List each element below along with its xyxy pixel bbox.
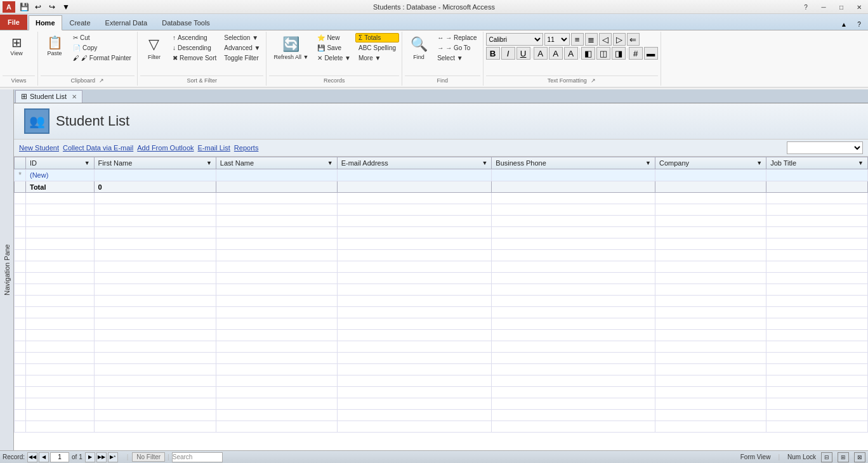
- clipboard-small-btns: ✂ Cut 📄 Copy 🖌 🖌 Format Painter: [70, 33, 135, 63]
- ribbon-group-clipboard: 📋 Paste ✂ Cut 📄 Copy 🖌 🖌 Format Painter: [38, 32, 138, 86]
- delete-record-button[interactable]: ✕ Delete ▼: [314, 53, 354, 63]
- font-color-button[interactable]: A: [534, 47, 548, 60]
- ascending-icon: ↑: [173, 34, 176, 41]
- records-group-label: Records: [269, 75, 399, 84]
- new-record-label: New: [327, 34, 339, 41]
- records-right-btns: Σ Totals ABC Spelling More ▼: [355, 33, 399, 63]
- highlight-color-button[interactable]: A: [549, 47, 563, 60]
- paste-button[interactable]: 📋 Paste: [41, 33, 69, 60]
- views-group-label: Views: [3, 75, 35, 84]
- toggle-filter-label: Toggle Filter: [224, 55, 258, 62]
- go-to-icon: →: [437, 44, 444, 51]
- grid-alt-button[interactable]: ▬: [644, 47, 658, 60]
- refresh-label: Refresh All ▼: [273, 54, 308, 60]
- new-record-icon: ⭐: [317, 34, 325, 41]
- selection-button[interactable]: Selection ▼: [221, 33, 263, 42]
- align-center-button[interactable]: ◫: [596, 47, 610, 60]
- selection-label: Selection ▼: [224, 34, 258, 41]
- cut-icon: ✂: [73, 34, 78, 41]
- remove-sort-button[interactable]: ✖ Remove Sort: [169, 53, 220, 63]
- paste-label: Paste: [47, 50, 62, 56]
- go-to-button[interactable]: → → Go To: [434, 43, 480, 53]
- select-button[interactable]: Select ▼: [434, 53, 480, 63]
- access-logo: A: [3, 1, 15, 13]
- remove-sort-icon: ✖: [173, 55, 178, 62]
- quick-access-buttons: 💾 ↩ ↪ ▼: [18, 1, 72, 13]
- ribbon-group-views: ⊞ View Views: [0, 32, 38, 86]
- more-button[interactable]: More ▼: [355, 53, 399, 63]
- totals-button[interactable]: Σ Totals: [355, 33, 399, 42]
- format-painter-button[interactable]: 🖌 🖌 Format Painter: [70, 53, 135, 63]
- tab-database-tools[interactable]: Database Tools: [155, 15, 217, 30]
- copy-button[interactable]: 📄 Copy: [70, 43, 135, 53]
- descending-button[interactable]: ↓ Descending: [169, 43, 220, 53]
- quick-dropdown-button[interactable]: ▼: [60, 1, 72, 13]
- cut-button[interactable]: ✂ Cut: [70, 33, 135, 42]
- toggle-filter-button[interactable]: Toggle Filter: [221, 53, 263, 63]
- format-row: B I U A A A ◧ ◫ ◨ # ▬: [486, 47, 658, 60]
- quick-save-button[interactable]: 💾: [18, 1, 30, 13]
- align-left-button[interactable]: ◧: [581, 47, 595, 60]
- filter-label: Filter: [148, 54, 161, 60]
- find-button[interactable]: 🔍 Find: [405, 33, 433, 63]
- tab-external-data[interactable]: External Data: [98, 15, 155, 30]
- grid-button[interactable]: #: [629, 47, 643, 60]
- ribbon-tab-bar: File Home Create External Data Database …: [0, 14, 868, 30]
- quick-redo-button[interactable]: ↪: [46, 1, 58, 13]
- replace-button[interactable]: ↔ → Replace: [434, 33, 480, 42]
- list-ordered-button[interactable]: ≣: [585, 33, 598, 46]
- underline-button[interactable]: U: [516, 47, 530, 60]
- refresh-all-button[interactable]: 🔄 Refresh All ▼: [269, 33, 313, 63]
- text-formatting-expand-icon[interactable]: ↗: [591, 77, 596, 84]
- new-record-button[interactable]: ⭐ New: [314, 33, 354, 42]
- bg-color-button[interactable]: A: [564, 47, 578, 60]
- align-right-button[interactable]: ◨: [612, 47, 626, 60]
- clipboard-label-text: Clipboard: [70, 77, 95, 84]
- find-icon: 🔍: [411, 36, 428, 53]
- format-sep: [532, 48, 532, 58]
- spelling-icon: ABC: [358, 44, 372, 51]
- delete-icon: ✕: [317, 55, 322, 62]
- indent-dec-button[interactable]: ◁: [599, 33, 612, 46]
- tab-file[interactable]: File: [0, 15, 27, 30]
- font-size-select[interactable]: 11: [544, 33, 570, 46]
- clipboard-group-content: 📋 Paste ✂ Cut 📄 Copy 🖌 🖌 Format Painter: [41, 33, 135, 74]
- spelling-label: Spelling: [374, 44, 397, 51]
- go-to-label: → Go To: [445, 44, 470, 51]
- tab-home[interactable]: Home: [29, 15, 62, 30]
- font-name-select[interactable]: Calibri: [486, 33, 543, 46]
- window-title: Students : Database - Microsoft Access: [373, 3, 495, 11]
- ribbon-group-sort-filter: ▽ Filter ↑ Ascending ↓ Descending ✖ Remo…: [138, 32, 267, 86]
- italic-button[interactable]: I: [501, 47, 515, 60]
- bold-button[interactable]: B: [486, 47, 500, 60]
- minimize-button[interactable]: ─: [815, 0, 832, 14]
- view-button[interactable]: ⊞ View: [3, 33, 30, 60]
- advanced-button[interactable]: Advanced ▼: [221, 43, 263, 53]
- list-unordered-button[interactable]: ≡: [571, 33, 584, 46]
- descending-icon: ↓: [173, 44, 176, 51]
- find-group-label: Find: [405, 75, 480, 84]
- filter-button[interactable]: ▽ Filter: [140, 33, 168, 63]
- find-group-content: 🔍 Find ↔ → Replace → → Go To Select ▼: [405, 33, 480, 74]
- font-row: Calibri 11 ≡ ≣ ◁ ▷ ⇐: [486, 33, 640, 46]
- tab-create[interactable]: Create: [63, 15, 98, 30]
- ribbon-minimize-button[interactable]: ▲: [838, 18, 850, 30]
- help-button[interactable]: ?: [797, 0, 815, 14]
- maximize-button[interactable]: □: [832, 0, 850, 14]
- copy-label: Copy: [82, 44, 97, 51]
- totals-icon: Σ: [358, 34, 362, 41]
- align-sep: [579, 48, 580, 58]
- replace-label: → Replace: [445, 34, 477, 41]
- refresh-icon: 🔄: [282, 36, 299, 53]
- spelling-button[interactable]: ABC Spelling: [355, 43, 399, 53]
- save-record-button[interactable]: 💾 Save: [314, 43, 354, 53]
- ribbon-help-button[interactable]: ?: [853, 18, 865, 30]
- indent-inc-button[interactable]: ▷: [613, 33, 626, 46]
- rtl-button[interactable]: ⇐: [627, 33, 640, 46]
- clipboard-expand-icon[interactable]: ↗: [99, 77, 104, 84]
- format-painter-icon: 🖌: [73, 55, 79, 62]
- save-record-label: Save: [327, 44, 341, 51]
- close-button[interactable]: ✕: [850, 0, 868, 14]
- quick-undo-button[interactable]: ↩: [32, 1, 44, 13]
- ascending-button[interactable]: ↑ Ascending: [169, 33, 220, 42]
